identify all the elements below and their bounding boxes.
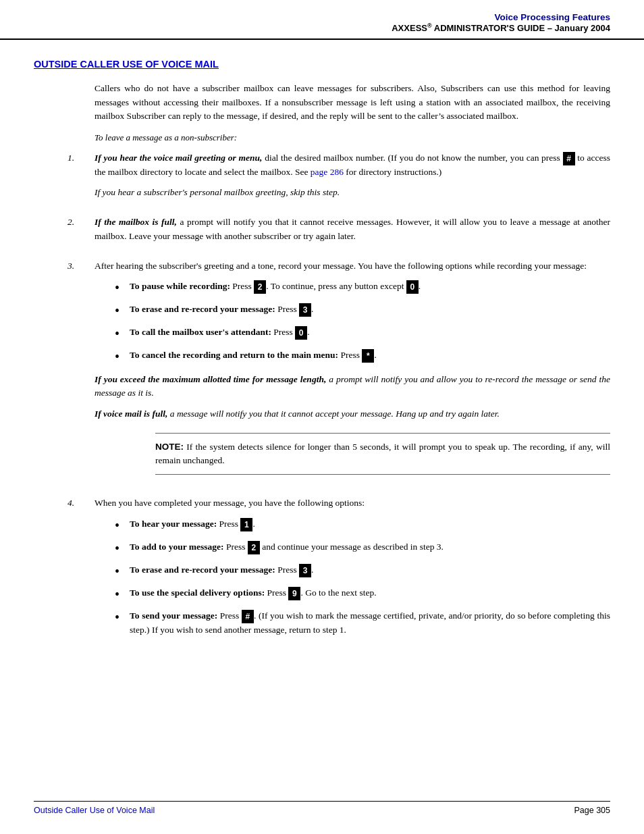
item-text: If the mailbox is full, a prompt will no… — [95, 215, 610, 243]
bullet-content: To call the mailbox user's attendant: Pr… — [130, 325, 610, 342]
main-content: OUTSIDE CALLER USE OF VOICE MAIL Callers… — [0, 40, 644, 708]
numbered-list: 1. If you hear the voice mail greeting o… — [68, 151, 610, 645]
bullet-content: To use the special delivery options: Pre… — [130, 586, 610, 602]
page-footer: Outside Caller Use of Voice Mail Page 30… — [34, 801, 610, 815]
bullet-content: To send your message: Press #. (If you w… — [130, 609, 610, 637]
bullet-label: To send your message: — [130, 610, 217, 621]
bullet-label: To cancel the recording and return to th… — [130, 350, 338, 360]
item-number: 2. — [68, 215, 95, 250]
bullet-content: To hear your message: Press 1. — [130, 517, 610, 533]
bullet-label: To pause while recording: — [130, 281, 230, 291]
bullet-label: To erase and re-record your message: — [130, 304, 275, 314]
bullet-label: To hear your message: — [130, 519, 217, 529]
item-text: After hearing the subscriber's greeting … — [95, 259, 610, 273]
bullet-item: • To call the mailbox user's attendant: … — [115, 325, 610, 342]
note-box: NOTE: If the system detects silence for … — [155, 433, 610, 475]
bullet-dot: • — [115, 280, 130, 296]
bullet-dot: • — [115, 586, 130, 602]
sub-italic: If you hear a subscriber's personal mail… — [95, 186, 610, 199]
bullet-item: • To hear your message: Press 1. — [115, 517, 610, 533]
page-link: page 286 — [311, 167, 344, 177]
italic-body-1: If you exceed the maximum allotted time … — [95, 373, 610, 400]
intro-paragraph: Callers who do not have a subscriber mai… — [95, 82, 610, 123]
bullet-label: To call the mailbox user's attendant: — [130, 327, 271, 337]
list-item: 1. If you hear the voice mail greeting o… — [68, 151, 610, 206]
list-item: 3. After hearing the subscriber's greeti… — [68, 259, 610, 488]
list-item: 2. If the mailbox is full, a prompt will… — [68, 215, 610, 250]
footer-right: Page 305 — [574, 806, 610, 815]
key-9: 9 — [288, 587, 300, 600]
item-content: If you hear the voice mail greeting or m… — [95, 151, 610, 206]
note-label: NOTE: — [155, 442, 184, 452]
key-0: 0 — [406, 280, 419, 294]
bullet-list: • To hear your message: Press 1. • To ad… — [115, 517, 610, 637]
bullet-label: To use the special delivery options: — [130, 588, 265, 598]
bullet-list: • To pause while recording: Press 2. To … — [115, 280, 610, 365]
header-subtitle: AXXESS® ADMINISTRATOR'S GUIDE – January … — [392, 22, 610, 33]
item-content: If the mailbox is full, a prompt will no… — [95, 215, 610, 250]
bullet-dot: • — [115, 325, 130, 342]
item-content: After hearing the subscriber's greeting … — [95, 259, 610, 488]
bullet-content: To erase and re-record your message: Pre… — [130, 563, 610, 579]
bullet-dot: • — [115, 303, 130, 319]
item-text: When you have completed your message, yo… — [95, 496, 610, 510]
item-text: If you hear the voice mail greeting or m… — [95, 151, 610, 179]
key-2: 2 — [254, 280, 266, 294]
item-content: When you have completed your message, yo… — [95, 496, 610, 644]
bullet-dot: • — [115, 563, 130, 579]
footer-left: Outside Caller Use of Voice Mail — [34, 806, 155, 815]
key-0: 0 — [295, 326, 307, 340]
bullet-item: • To cancel the recording and return to … — [115, 348, 610, 365]
key-2: 2 — [248, 541, 260, 554]
bullet-item: • To erase and re-record your message: P… — [115, 563, 610, 579]
bullet-dot: • — [115, 540, 130, 556]
bullet-content: To add to your message: Press 2 and cont… — [130, 540, 610, 556]
bullet-dot: • — [115, 348, 130, 365]
bullet-item: • To send your message: Press #. (If you… — [115, 609, 610, 637]
bullet-item: • To pause while recording: Press 2. To … — [115, 280, 610, 296]
bullet-item: • To use the special delivery options: P… — [115, 586, 610, 602]
bullet-item: • To erase and re-record your message: P… — [115, 303, 610, 319]
key-star: * — [362, 349, 374, 363]
instruction-label: To leave a message as a non-subscriber: — [95, 132, 610, 143]
item-number: 4. — [68, 496, 95, 644]
bullet-label: To erase and re-record your message: — [130, 565, 275, 575]
bullet-dot: • — [115, 517, 130, 533]
list-item: 4. When you have completed your message,… — [68, 496, 610, 644]
item-number: 3. — [68, 259, 95, 488]
bullet-label: To add to your message: — [130, 542, 224, 552]
item-number: 1. — [68, 151, 95, 206]
bullet-content: To pause while recording: Press 2. To co… — [130, 280, 610, 296]
key-hash: # — [242, 610, 254, 623]
bullet-item: • To add to your message: Press 2 and co… — [115, 540, 610, 556]
bullet-content: To erase and re-record your message: Pre… — [130, 303, 610, 319]
page: Voice Processing Features AXXESS® ADMINI… — [0, 0, 644, 834]
page-header: Voice Processing Features AXXESS® ADMINI… — [0, 0, 644, 40]
bullet-dot: • — [115, 609, 130, 637]
italic-body-2: If voice mail is full, a message will no… — [95, 407, 610, 421]
bullet-content: To cancel the recording and return to th… — [130, 348, 610, 365]
section-title: OUTSIDE CALLER USE OF VOICE MAIL — [34, 59, 610, 70]
key-3: 3 — [299, 303, 311, 317]
key-3: 3 — [299, 564, 311, 577]
key-1: 1 — [240, 518, 252, 531]
header-title: Voice Processing Features — [494, 12, 610, 22]
key-hash: # — [563, 152, 575, 165]
